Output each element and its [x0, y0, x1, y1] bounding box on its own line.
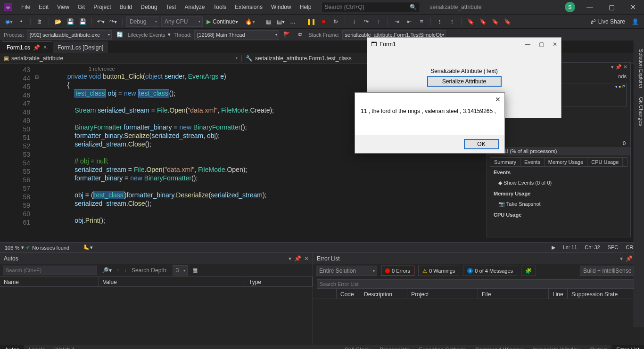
form1-min[interactable]: — — [525, 41, 530, 48]
d3-icon[interactable]: ≡ — [416, 16, 427, 27]
msgbox-ok-button[interactable]: OK — [464, 139, 499, 149]
new-project-icon[interactable]: 🗎 — [34, 16, 45, 27]
tab-form1-design[interactable]: Form1.cs [Design] — [53, 41, 108, 53]
e1-icon[interactable]: ⫶ — [435, 16, 445, 27]
dropdown-icon[interactable]: ▾ — [289, 255, 291, 262]
pin-icon[interactable]: 📌 — [294, 255, 301, 262]
maximize-button[interactable]: ▢ — [604, 3, 619, 11]
lifecycle-icon[interactable]: 🔄 — [115, 30, 125, 40]
menu-edit[interactable]: Edit — [34, 0, 53, 14]
pause-icon[interactable]: ❚❚ — [306, 16, 316, 27]
tab-autos[interactable]: Autos — [0, 345, 24, 349]
hot-reload-icon[interactable]: 🔥▾ — [245, 16, 255, 27]
platform-combo[interactable]: Any CPU — [161, 16, 203, 27]
up-icon[interactable]: ↑ — [116, 267, 119, 274]
menu-build[interactable]: Build — [116, 0, 137, 14]
errors-pill[interactable]: 0 Errors — [381, 266, 414, 276]
menu-file[interactable]: File — [17, 0, 34, 14]
thread-combo[interactable]: [12168] Main Thread — [194, 30, 279, 40]
pin-icon[interactable]: 📌 — [33, 44, 40, 51]
zoom-level[interactable]: 106 % — [5, 245, 19, 251]
tab-errorlist[interactable]: Error List — [611, 345, 644, 349]
close-tab-icon[interactable]: ✕ — [43, 44, 47, 50]
diag-show-events[interactable]: ◆ Show Events (0 of 0) — [487, 178, 630, 188]
rail-git-changes[interactable]: Git Changes — [634, 97, 644, 126]
menu-tools[interactable]: Tools — [209, 0, 231, 14]
step-over-icon[interactable]: ↷ — [361, 16, 372, 27]
e2-icon[interactable]: ⫶ — [447, 16, 457, 27]
diag-tab-summary[interactable]: Summary — [490, 158, 520, 166]
d1-icon[interactable]: ⇥ — [392, 16, 402, 27]
errorlist-search[interactable] — [317, 279, 640, 289]
f4-icon[interactable]: 🔖 — [502, 16, 512, 27]
tab-locals[interactable]: Locals — [24, 345, 50, 349]
tool-icon[interactable]: ▦ — [192, 267, 198, 274]
menu-window[interactable]: Window — [267, 0, 296, 14]
down-icon[interactable]: ↓ — [124, 267, 127, 274]
threads-icon[interactable]: ⧉ — [295, 30, 305, 40]
stop-icon[interactable]: ■ — [318, 16, 329, 27]
form1-max[interactable]: ▢ — [539, 41, 544, 48]
admin-icon[interactable]: 👤 — [630, 16, 640, 27]
nav-fwd-icon[interactable]: • — [16, 16, 26, 27]
filter-icon-pill[interactable]: 🧩 — [521, 266, 536, 276]
search-icon[interactable]: 🔎▾ — [102, 267, 112, 274]
icon-b[interactable]: ▤▾ — [275, 16, 286, 27]
minimize-button[interactable]: — — [583, 3, 597, 11]
global-search[interactable]: Search (Ctrl+Q) 🔍 — [321, 2, 420, 12]
undo-icon[interactable]: ↶▾ — [96, 16, 106, 27]
live-share-button[interactable]: ⮳ Live Share — [588, 18, 628, 25]
nav-project[interactable]: ▣serializable_attribute — [0, 55, 242, 62]
close-icon[interactable]: ✕ — [304, 255, 309, 262]
warnings-pill[interactable]: ⚠0 Warnings — [418, 266, 459, 276]
config-combo[interactable]: Debug — [126, 16, 159, 27]
diag-snapshot[interactable]: 📷 Take Snapshot — [487, 199, 630, 209]
flag-icon[interactable]: 🚩 — [282, 30, 292, 40]
depth-combo[interactable]: 3 — [173, 265, 188, 276]
tab-immediate[interactable]: Immediate Window — [528, 345, 585, 349]
tab-watch1[interactable]: Watch 1 — [50, 345, 80, 349]
continue-button[interactable]: ▶Continue ▾ — [205, 16, 243, 27]
scope-combo[interactable]: Entire Solution — [316, 266, 377, 276]
diag-tab-events[interactable]: Events — [520, 158, 545, 166]
restart-icon[interactable]: ↻ — [330, 16, 341, 27]
redo-icon[interactable]: ↷▾ — [108, 16, 118, 27]
diag-tab-cpu[interactable]: CPU Usage — [587, 158, 623, 166]
menu-debug[interactable]: Debug — [136, 0, 161, 14]
tab-form1-cs[interactable]: Form1.cs📌✕ — [2, 41, 52, 53]
autos-search-input[interactable] — [3, 266, 97, 275]
serialize-button[interactable]: Serialize Attribute — [427, 76, 502, 87]
msgbox-close[interactable]: ✕ — [495, 96, 501, 103]
filter-combo[interactable]: Build + IntelliSense — [580, 266, 641, 276]
step-out-icon[interactable]: ↑ — [373, 16, 384, 27]
messages-pill[interactable]: i0 of 4 Messages — [463, 266, 517, 276]
tab-breakpoints[interactable]: Breakpoints — [375, 345, 414, 349]
menu-help[interactable]: Help — [296, 0, 316, 14]
menu-analyze[interactable]: Analyze — [181, 0, 209, 14]
menu-git[interactable]: Git — [74, 0, 89, 14]
tab-command[interactable]: Command Window — [471, 345, 528, 349]
diag-tab-memory[interactable]: Memory Usage — [545, 158, 588, 166]
menu-test[interactable]: Test — [162, 0, 181, 14]
f1-icon[interactable]: 🔖 — [465, 16, 476, 27]
tab-exceptions[interactable]: Exception Settings — [414, 345, 470, 349]
f2-icon[interactable]: 🔖 — [478, 16, 488, 27]
save-all-icon[interactable]: 💾 — [77, 16, 88, 27]
d2-icon[interactable]: ⇤ — [404, 16, 414, 27]
tab-callstack[interactable]: Call Stack — [340, 345, 375, 349]
nav-back-icon[interactable]: ◉▾ — [4, 16, 14, 27]
save-icon[interactable]: 💾 — [65, 16, 75, 27]
form1-close[interactable]: ✕ — [553, 41, 557, 48]
avatar[interactable]: S — [565, 2, 575, 12]
menu-extensions[interactable]: Extensions — [231, 0, 267, 14]
menu-view[interactable]: View — [53, 0, 74, 14]
cpu-section-header[interactable]: ▲ CPU (% of all processors) — [487, 147, 630, 155]
step-into-icon[interactable]: ↓ — [349, 16, 359, 27]
tab-output[interactable]: Output — [585, 345, 611, 349]
f3-icon[interactable]: 🔖 — [490, 16, 500, 27]
open-icon[interactable]: 📂 — [53, 16, 63, 27]
close-button[interactable]: ✕ — [626, 3, 640, 11]
menu-project[interactable]: Project — [89, 0, 115, 14]
icon-c[interactable]: … — [288, 16, 298, 27]
icon-a[interactable]: ▦ — [263, 16, 273, 27]
